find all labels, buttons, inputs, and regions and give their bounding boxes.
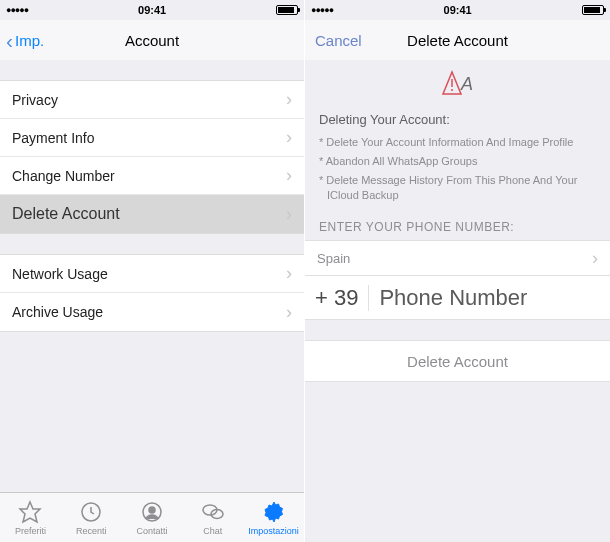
warning-icon: A [441,70,475,100]
tab-recenti[interactable]: Recenti [61,493,122,542]
page-title: Account [125,32,179,49]
bullet-item: Delete Message History From This Phone A… [319,173,596,203]
phone-input[interactable]: Phone Number [379,285,527,311]
row-archive-usage[interactable]: Archive Usage › [0,293,304,331]
row-privacy[interactable]: Privacy › [0,81,304,119]
country-select-row[interactable]: Spain › [305,240,610,276]
row-label: Payment Info [12,130,95,146]
tab-label: Contatti [136,526,167,536]
content-scroll[interactable]: A Deleting Your Account: Delete Your Acc… [305,60,610,542]
tab-impostazioni[interactable]: Impostazioni [243,493,304,542]
country-value: Spain [317,251,350,266]
warning-section: A [305,60,610,112]
settings-group-1: Privacy › Payment Info › Change Number ›… [0,80,304,234]
tab-label: Preferiti [15,526,46,536]
status-time: 09:41 [138,4,166,16]
status-bar: ●●●●● 09:41 [0,0,304,20]
triangle-alert-icon: A [441,70,475,96]
tab-label: Chat [203,526,222,536]
chevron-right-icon: › [286,89,292,110]
chevron-right-icon: › [286,263,292,284]
svg-marker-0 [20,502,40,522]
row-delete-account[interactable]: Delete Account › [0,195,304,233]
row-label: Delete Account [12,205,120,223]
bullet-item: Delete Your Account Information And Imag… [319,135,596,150]
signal-dots: ●●●●● [6,5,28,15]
warning-title: Deleting Your Account: [319,112,596,127]
row-label: Privacy [12,92,58,108]
status-time: 09:41 [444,4,472,16]
clock-icon [79,500,103,524]
row-change-number[interactable]: Change Number › [0,157,304,195]
tab-contatti[interactable]: Contatti [122,493,183,542]
back-button[interactable]: ‹ Imp. [6,30,44,51]
row-label: Archive Usage [12,304,103,320]
back-label: Imp. [15,32,44,49]
tab-label: Recenti [76,526,107,536]
country-code[interactable]: + 39 [315,285,369,311]
info-block: Deleting Your Account: Delete Your Accou… [305,112,610,202]
account-settings-screen: ●●●●● 09:41 ‹ Imp. Account Privacy › Pay… [0,0,305,542]
section-label: ENTER YOUR PHONE NUMBER: [305,206,610,240]
chevron-right-icon: › [286,127,292,148]
svg-point-3 [149,507,155,513]
status-bar: ●●●●● 09:41 [305,0,610,20]
chevron-right-icon: › [286,302,292,323]
row-label: Change Number [12,168,115,184]
chevron-right-icon: › [592,248,598,269]
chevron-right-icon: › [286,165,292,186]
page-title: Delete Account [407,32,508,49]
bullet-item: Abandon All WhatsApp Groups [319,154,596,169]
gear-icon [262,500,286,524]
chevron-left-icon: ‹ [6,30,13,51]
battery-icon [582,5,604,15]
row-payment-info[interactable]: Payment Info › [0,119,304,157]
row-label: Network Usage [12,266,108,282]
tab-label: Impostazioni [248,526,299,536]
tab-preferiti[interactable]: Preferiti [0,493,61,542]
nav-bar: Cancel Delete Account [305,20,610,60]
tab-bar: Preferiti Recenti Contatti Chat Impostaz… [0,492,304,542]
row-network-usage[interactable]: Network Usage › [0,255,304,293]
chat-icon [201,500,225,524]
chevron-right-icon: › [286,204,292,225]
cancel-button[interactable]: Cancel [315,32,362,49]
star-icon [18,500,42,524]
warning-bullets: Delete Your Account Information And Imag… [319,135,596,202]
contact-icon [140,500,164,524]
content-scroll[interactable]: Privacy › Payment Info › Change Number ›… [0,60,304,492]
svg-text:A: A [460,74,473,94]
signal-dots: ●●●●● [311,5,333,15]
phone-input-row: + 39 Phone Number [305,276,610,320]
nav-bar: ‹ Imp. Account [0,20,304,60]
tab-chat[interactable]: Chat [182,493,243,542]
settings-group-2: Network Usage › Archive Usage › [0,254,304,332]
delete-account-button[interactable]: Delete Account [305,340,610,382]
svg-point-9 [451,89,453,91]
battery-icon [276,5,298,15]
delete-account-screen: ●●●●● 09:41 Cancel Delete Account A Dele… [305,0,610,542]
